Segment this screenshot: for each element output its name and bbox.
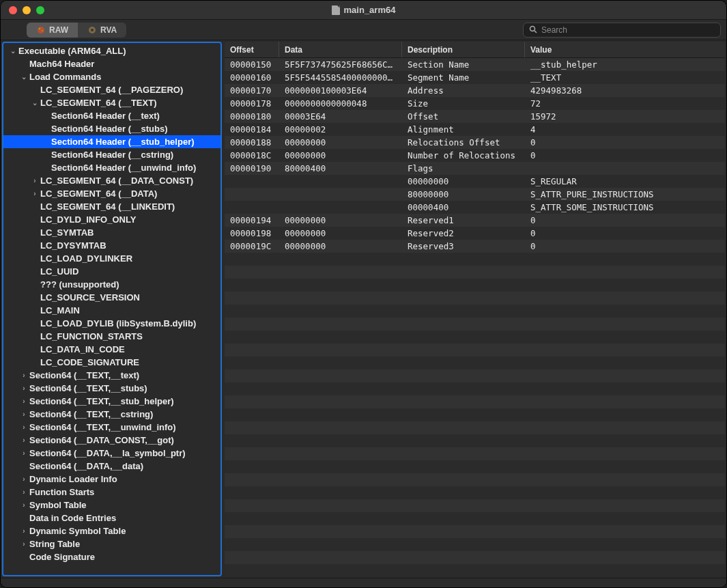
zoom-window-button[interactable]	[36, 6, 44, 14]
table-row-empty	[225, 305, 725, 318]
tree-item[interactable]: LC_LOAD_DYLIB (libSystem.B.dylib)	[3, 317, 220, 330]
table-row[interactable]: 0000018400000002Alignment4	[225, 123, 725, 136]
table-row-empty	[225, 292, 725, 305]
col-header-data[interactable]: Data	[279, 42, 402, 57]
tree-root: ⌄Executable (ARM64_ALL)Mach64 Header⌄Loa…	[3, 44, 220, 563]
disclosure-arrow-icon[interactable]: ›	[20, 488, 28, 496]
tree-item[interactable]: Data in Code Entries	[3, 512, 220, 524]
search-input[interactable]	[541, 25, 715, 35]
tree-item-label: LC_DYLD_INFO_ONLY	[40, 214, 136, 225]
table-row[interactable]: 0000019080000400Flags	[225, 162, 725, 175]
tree-item-label: Section64 Header (__text)	[51, 111, 160, 121]
tree-item[interactable]: Mach64 Header	[3, 57, 220, 70]
document-icon	[332, 5, 340, 15]
tree-item[interactable]: LC_UUID	[3, 265, 220, 278]
close-window-button[interactable]	[9, 6, 17, 14]
sidebar-tree[interactable]: ⌄Executable (ARM64_ALL)Mach64 Header⌄Loa…	[2, 42, 222, 576]
rva-mode-button[interactable]: RVA	[78, 23, 126, 38]
table-row[interactable]: 0000019400000000Reserved10	[225, 214, 725, 227]
disclosure-arrow-icon[interactable]: ⌄	[9, 47, 17, 55]
tree-item[interactable]: LC_DYSYMTAB	[3, 239, 220, 252]
table-row[interactable]: 00000000S_REGULAR	[225, 175, 725, 188]
cell-data: 00000000	[279, 215, 402, 225]
disclosure-arrow-icon[interactable]: ›	[20, 384, 28, 392]
tree-item[interactable]: ›Section64 (__TEXT,__unwind_info)	[3, 421, 220, 434]
tree-item[interactable]: ›Section64 (__DATA,__la_symbol_ptr)	[3, 447, 220, 460]
table-row[interactable]: 000001700000000100003E64Address429498326…	[225, 84, 725, 97]
cell-description: Section Name	[402, 59, 525, 70]
table-row[interactable]: 0000019800000000Reserved20	[225, 227, 725, 240]
disclosure-arrow-icon[interactable]: ›	[20, 436, 28, 444]
table-body[interactable]: 000001505F5F737475625F68656C706…Section …	[225, 58, 725, 576]
table-row[interactable]: 00000400S_ATTR_SOME_INSTRUCTIONS	[225, 201, 725, 214]
col-header-offset[interactable]: Offset	[225, 42, 279, 57]
tree-item[interactable]: LC_DYLD_INFO_ONLY	[3, 213, 220, 226]
search-field[interactable]	[523, 23, 721, 38]
tree-item[interactable]: ⌄Executable (ARM64_ALL)	[3, 44, 220, 57]
tree-item[interactable]: Section64 Header (__stub_helper)	[3, 135, 220, 148]
raw-mode-button[interactable]: RAW	[27, 23, 78, 38]
table-row[interactable]: 0000018C00000000Number of Relocations0	[225, 149, 725, 162]
cell-offset: 00000160	[225, 72, 279, 83]
minimize-window-button[interactable]	[23, 6, 31, 14]
disclosure-arrow-icon[interactable]: ›	[31, 190, 39, 197]
tree-item[interactable]: Section64 Header (__cstring)	[3, 148, 220, 161]
table-row[interactable]: 0000018800000000Relocations Offset0	[225, 136, 725, 149]
svg-point-0	[38, 27, 44, 33]
table-row[interactable]: 000001505F5F737475625F68656C706…Section …	[225, 58, 725, 71]
disclosure-arrow-icon[interactable]: ›	[31, 177, 39, 184]
tree-item[interactable]: ›Function Starts	[3, 486, 220, 499]
tree-item[interactable]: ›LC_SEGMENT_64 (__DATA)	[3, 187, 220, 200]
tree-item[interactable]: ⌄Load Commands	[3, 70, 220, 83]
tree-item[interactable]: ›Section64 (__TEXT,__stubs)	[3, 382, 220, 395]
tree-item[interactable]: ??? (unsupported)	[3, 278, 220, 291]
tree-item[interactable]: Section64 Header (__text)	[3, 109, 220, 122]
tree-item[interactable]: LC_LOAD_DYLINKER	[3, 252, 220, 265]
tree-item-label: Section64 (__TEXT,__unwind_info)	[29, 422, 176, 432]
tree-item[interactable]: Section64 Header (__stubs)	[3, 122, 220, 135]
table-row[interactable]: 0000018000003E64Offset15972	[225, 110, 725, 123]
tree-item[interactable]: ›String Table	[3, 537, 220, 550]
tree-item[interactable]: LC_CODE_SIGNATURE	[3, 356, 220, 369]
tree-item[interactable]: ›Section64 (__TEXT,__cstring)	[3, 408, 220, 421]
disclosure-arrow-icon[interactable]: ›	[20, 501, 28, 509]
status-bar	[1, 578, 726, 587]
tree-item[interactable]: Section64 Header (__unwind_info)	[3, 161, 220, 174]
tree-item[interactable]: ›Dynamic Symbol Table	[3, 524, 220, 537]
tree-item[interactable]: Section64 (__DATA,__data)	[3, 460, 220, 473]
tree-item[interactable]: ›Section64 (__DATA_CONST,__got)	[3, 434, 220, 447]
table-row[interactable]: 000001605F5F5445585400000000000…Segment …	[225, 71, 725, 84]
cell-data: 5F5F737475625F68656C706…	[279, 59, 402, 70]
tree-item[interactable]: LC_SYMTAB	[3, 226, 220, 239]
col-header-value[interactable]: Value	[525, 42, 725, 57]
disclosure-arrow-icon[interactable]: ›	[20, 423, 28, 431]
tree-item[interactable]: Code Signature	[3, 550, 220, 563]
tree-item[interactable]: LC_MAIN	[3, 304, 220, 317]
disclosure-arrow-icon[interactable]: ›	[20, 372, 28, 379]
disclosure-arrow-icon[interactable]: ›	[20, 397, 28, 405]
tree-item[interactable]: ›Symbol Table	[3, 499, 220, 512]
table-row[interactable]: 0000019C00000000Reserved30	[225, 240, 725, 253]
col-header-description[interactable]: Description	[402, 42, 525, 57]
disclosure-arrow-icon[interactable]: ›	[20, 540, 28, 548]
tree-item[interactable]: ›LC_SEGMENT_64 (__DATA_CONST)	[3, 174, 220, 187]
disclosure-arrow-icon[interactable]: ›	[20, 475, 28, 483]
tree-item[interactable]: LC_DATA_IN_CODE	[3, 343, 220, 356]
tree-item-label: Function Starts	[29, 487, 94, 497]
tree-item[interactable]: ⌄LC_SEGMENT_64 (__TEXT)	[3, 96, 220, 109]
tree-item[interactable]: ›Section64 (__TEXT,__stub_helper)	[3, 395, 220, 408]
tree-item[interactable]: ›Section64 (__TEXT,__text)	[3, 369, 220, 382]
tree-item[interactable]: LC_SEGMENT_64 (__PAGEZERO)	[3, 83, 220, 96]
table-row[interactable]: 000001780000000000000048Size72	[225, 97, 725, 110]
disclosure-arrow-icon[interactable]: ⌄	[20, 73, 28, 81]
tree-item[interactable]: LC_SOURCE_VERSION	[3, 291, 220, 304]
disclosure-arrow-icon[interactable]: ›	[20, 410, 28, 418]
search-icon	[529, 24, 537, 36]
table-row[interactable]: 80000000S_ATTR_PURE_INSTRUCTIONS	[225, 188, 725, 201]
tree-item[interactable]: LC_SEGMENT_64 (__LINKEDIT)	[3, 200, 220, 213]
tree-item[interactable]: ›Dynamic Loader Info	[3, 473, 220, 486]
disclosure-arrow-icon[interactable]: ›	[20, 527, 28, 535]
disclosure-arrow-icon[interactable]: ⌄	[31, 99, 39, 107]
disclosure-arrow-icon[interactable]: ›	[20, 449, 28, 457]
tree-item[interactable]: LC_FUNCTION_STARTS	[3, 330, 220, 343]
